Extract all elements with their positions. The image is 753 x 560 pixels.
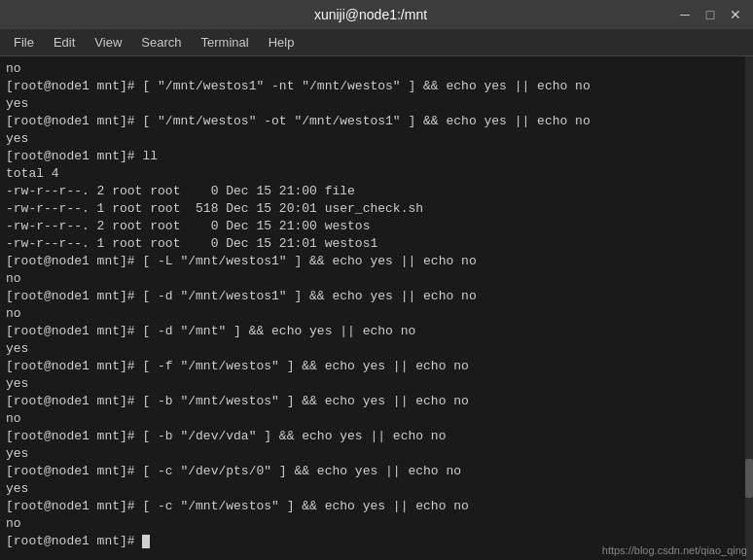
terminal-line: yes [6, 445, 747, 463]
terminal-line: [root@node1 mnt]# [ -d "/mnt" ] && echo … [6, 323, 747, 340]
terminal-line: [root@node1 mnt]# [ -L "/mnt/westos1" ] … [6, 253, 747, 270]
terminal-body[interactable]: no[root@node1 mnt]# [ "/mnt/westos1" -nt… [0, 56, 753, 560]
terminal-line: [root@node1 mnt]# [ "/mnt/westos1" -nt "… [6, 78, 747, 95]
terminal-line: [root@node1 mnt]# [ -b "/mnt/westos" ] &… [6, 393, 747, 410]
terminal-line: -rw-r--r--. 1 root root 0 Dec 15 21:01 w… [6, 235, 747, 253]
terminal-line: no [6, 60, 747, 78]
menu-bar: File Edit View Search Terminal Help [0, 29, 753, 56]
terminal-line: [root@node1 mnt]# ll [6, 148, 747, 165]
scrollbar[interactable] [745, 56, 753, 560]
terminal-window: xuniji@node1:/mnt ─ □ ✕ File Edit View S… [0, 0, 753, 560]
prompt: [root@node1 mnt]# [6, 534, 142, 548]
cursor [142, 535, 150, 548]
window-controls: ─ □ ✕ [675, 5, 745, 24]
terminal-line: yes [6, 480, 747, 498]
menu-search[interactable]: Search [131, 33, 191, 52]
title-bar: xuniji@node1:/mnt ─ □ ✕ [0, 0, 753, 29]
terminal-line: no [6, 305, 747, 323]
menu-edit[interactable]: Edit [44, 33, 85, 52]
menu-terminal[interactable]: Terminal [192, 33, 259, 52]
window-title: xuniji@node1:/mnt [66, 7, 675, 22]
terminal-line: [root@node1 mnt]# [ -c "/dev/pts/0" ] &&… [6, 463, 747, 480]
close-button[interactable]: ✕ [726, 5, 745, 24]
scrollbar-thumb[interactable] [745, 459, 753, 498]
terminal-line: -rw-r--r--. 2 root root 0 Dec 15 21:00 f… [6, 183, 747, 200]
maximize-button[interactable]: □ [700, 5, 720, 24]
terminal-line: [root@node1 mnt]# [ -b "/dev/vda" ] && e… [6, 428, 747, 445]
terminal-line: [root@node1 mnt]# [ -d "/mnt/westos1" ] … [6, 288, 747, 305]
terminal-line: [root@node1 mnt]# [ -f "/mnt/westos" ] &… [6, 358, 747, 375]
terminal-line: total 4 [6, 165, 747, 183]
terminal-line: [root@node1 mnt]# [ "/mnt/westos" -ot "/… [6, 113, 747, 130]
menu-view[interactable]: View [85, 33, 131, 52]
terminal-line: no [6, 515, 747, 533]
menu-help[interactable]: Help [259, 33, 305, 52]
terminal-line: yes [6, 375, 747, 393]
terminal-line: yes [6, 340, 747, 358]
terminal-line: yes [6, 130, 747, 148]
terminal-line: -rw-r--r--. 2 root root 0 Dec 15 21:00 w… [6, 218, 747, 235]
terminal-line: [root@node1 mnt]# [ -c "/mnt/westos" ] &… [6, 498, 747, 515]
menu-file[interactable]: File [4, 33, 44, 52]
terminal-line: -rw-r--r--. 1 root root 518 Dec 15 20:01… [6, 200, 747, 218]
terminal-line: no [6, 410, 747, 428]
watermark: https://blog.csdn.net/qiao_qing [602, 544, 747, 556]
minimize-button[interactable]: ─ [675, 5, 695, 24]
terminal-line: yes [6, 95, 747, 113]
terminal-line: no [6, 270, 747, 288]
